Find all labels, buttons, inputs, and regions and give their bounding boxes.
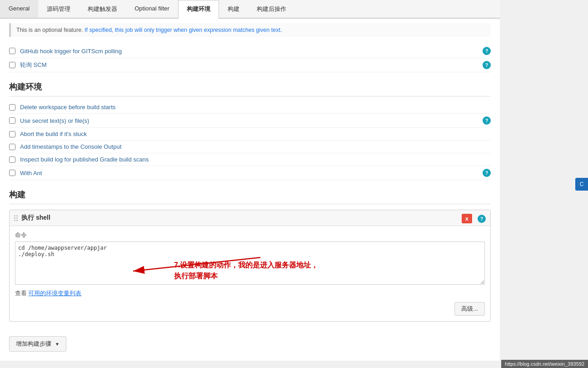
checkbox-row-github-hook: GitHub hook trigger for GITScm polling ?	[9, 44, 491, 58]
remove-build-step-button[interactable]: x	[462, 214, 472, 223]
checkbox-row-abort-stuck: Abort the build if it's stuck	[9, 128, 491, 141]
checkbox-abort-stuck-label[interactable]: Abort the build if it's stuck	[20, 131, 491, 137]
help-icon-scm-poll[interactable]: ?	[483, 61, 491, 69]
checkbox-with-ant-label[interactable]: With Ant	[20, 170, 479, 176]
checkbox-scm-poll[interactable]	[9, 62, 15, 68]
env-link-row: 查看 可用的环境变量列表	[15, 290, 485, 297]
checkbox-inspect-gradle-label[interactable]: Inspect build log for published Gradle b…	[20, 156, 491, 163]
tab-build-triggers[interactable]: 构建触发器	[79, 0, 126, 18]
checkbox-timestamps[interactable]	[9, 144, 15, 150]
checkbox-secret-text-label[interactable]: Use secret text(s) or file(s)	[20, 117, 479, 124]
command-textarea[interactable]: cd /home/awappserver/appjar ./deploy.sh	[15, 242, 485, 285]
checkbox-with-ant[interactable]	[9, 170, 15, 176]
advanced-btn-container: 高级...	[15, 302, 485, 316]
csdn-icon: C	[575, 178, 588, 191]
checkbox-github-hook-label[interactable]: GitHub hook trigger for GITScm polling	[20, 48, 479, 55]
advanced-button[interactable]: 高级...	[454, 302, 485, 316]
add-step-container: 增加构建步骤 ▼	[9, 329, 491, 352]
add-step-label: 增加构建步骤	[16, 340, 51, 348]
tab-build-environment[interactable]: 构建环境	[178, 0, 219, 19]
build-block-execute-shell: 执行 shell x ? 命令 cd /home/awappserver/app…	[9, 210, 491, 322]
checkbox-scm-poll-label[interactable]: 轮询 SCM	[20, 61, 479, 69]
env-variables-link[interactable]: 可用的环境变量列表	[28, 290, 81, 297]
build-environment-heading: 构建环境	[9, 81, 491, 96]
checkbox-abort-stuck[interactable]	[9, 131, 15, 137]
checkbox-delete-workspace-label[interactable]: Delete workspace before build starts	[20, 104, 491, 111]
checkbox-github-hook[interactable]	[9, 48, 15, 54]
tab-bar: General 源码管理 构建触发器 Optional filter 构建环境 …	[0, 0, 500, 19]
drag-handle[interactable]	[14, 215, 18, 221]
main-content: This is an optional feature. If specifie…	[0, 19, 500, 361]
checkbox-secret-text[interactable]	[9, 117, 15, 124]
checkbox-row-timestamps: Add timestamps to the Console Output	[9, 141, 491, 153]
help-icon-github-hook[interactable]: ?	[483, 47, 491, 55]
checkbox-row-delete-workspace: Delete workspace before build starts	[9, 101, 491, 114]
build-block-header: 执行 shell x ?	[10, 210, 490, 226]
command-label: 命令	[15, 232, 485, 239]
notice-prefix: This is an optional feature.	[16, 27, 83, 33]
checkbox-inspect-gradle[interactable]	[9, 156, 15, 163]
checkbox-row-inspect-gradle: Inspect build log for published Gradle b…	[9, 153, 491, 166]
build-block-title: 执行 shell	[21, 214, 50, 222]
bottom-attribution: https://blog.csdn.net/weixin_393592	[501, 360, 588, 361]
help-icon-with-ant[interactable]: ?	[483, 169, 491, 177]
add-build-step-button[interactable]: 增加构建步骤 ▼	[9, 336, 66, 352]
build-block-body: 命令 cd /home/awappserver/appjar ./deploy.…	[10, 226, 490, 321]
notice-link: If specified, this job will only trigger…	[85, 27, 282, 33]
help-icon-execute-shell[interactable]: ?	[478, 215, 486, 223]
checkbox-row-scm-poll: 轮询 SCM ?	[9, 58, 491, 72]
tab-optional-filter[interactable]: Optional filter	[126, 0, 178, 18]
chevron-down-icon: ▼	[55, 342, 60, 347]
checkbox-row-with-ant: With Ant ?	[9, 166, 491, 180]
checkbox-timestamps-label[interactable]: Add timestamps to the Console Output	[20, 143, 491, 150]
tab-source-management[interactable]: 源码管理	[38, 0, 79, 18]
command-container: cd /home/awappserver/appjar ./deploy.sh …	[15, 242, 485, 286]
optional-feature-notice: This is an optional feature. If specifie…	[9, 23, 491, 37]
env-link-prefix: 查看	[15, 290, 28, 297]
checkbox-delete-workspace[interactable]	[9, 104, 15, 111]
build-section-heading: 构建	[9, 189, 491, 204]
help-icon-secret-text[interactable]: ?	[483, 116, 491, 125]
checkbox-row-secret-text: Use secret text(s) or file(s) ?	[9, 114, 491, 128]
tab-build[interactable]: 构建	[219, 0, 248, 18]
tab-general[interactable]: General	[0, 0, 38, 18]
tab-post-build[interactable]: 构建后操作	[248, 0, 295, 18]
